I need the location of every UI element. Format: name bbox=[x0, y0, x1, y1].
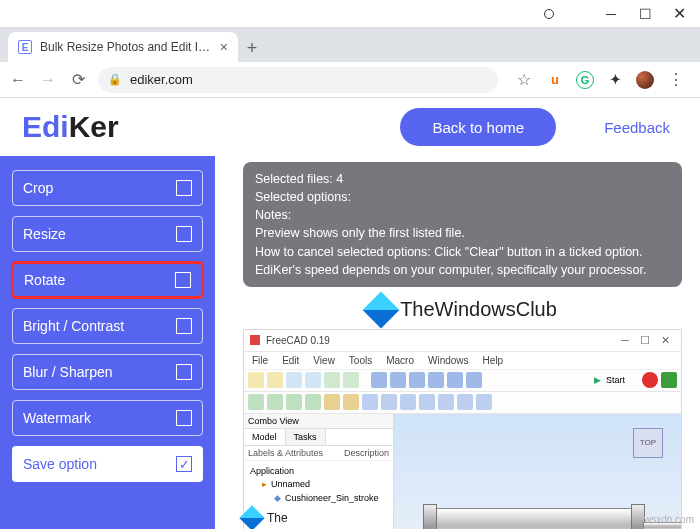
tool-icon bbox=[286, 372, 302, 388]
option-label: Resize bbox=[23, 226, 66, 242]
page-content: EdiKer Back to home Feedback Crop Resize… bbox=[0, 98, 700, 529]
menu-item: Tools bbox=[349, 355, 372, 366]
extension-g-icon[interactable]: G bbox=[576, 71, 594, 89]
tool-icon bbox=[305, 372, 321, 388]
combo-tabs: Model Tasks bbox=[244, 429, 393, 446]
footer-brand-text: The bbox=[267, 511, 288, 525]
start-label: ▶ bbox=[594, 375, 601, 385]
info-box: Selected files: 4 Selected options: Note… bbox=[243, 162, 682, 287]
tab-title: Bulk Resize Photos and Edit Imag bbox=[40, 40, 212, 54]
combo-title: Combo View bbox=[244, 414, 393, 429]
option-label: Bright / Contrast bbox=[23, 318, 124, 334]
tree-row: Application bbox=[250, 465, 387, 479]
info-line: Selected files: 4 bbox=[255, 170, 670, 188]
site-logo[interactable]: EdiKer bbox=[22, 110, 119, 144]
reload-button[interactable]: ⟳ bbox=[68, 70, 88, 90]
close-button[interactable]: ✕ bbox=[662, 2, 696, 26]
brand-row: TheWindowsClub bbox=[243, 297, 682, 323]
checkbox-icon[interactable] bbox=[176, 318, 192, 334]
freecad-toolbar-2 bbox=[244, 392, 681, 414]
minimize-button[interactable]: ─ bbox=[594, 2, 628, 26]
checkbox-icon[interactable] bbox=[176, 180, 192, 196]
tool-icon bbox=[447, 372, 463, 388]
preview-panel: Selected files: 4 Selected options: Note… bbox=[215, 156, 700, 529]
checkbox-icon[interactable] bbox=[176, 226, 192, 242]
tool-icon bbox=[381, 394, 397, 410]
option-crop[interactable]: Crop bbox=[12, 170, 203, 206]
bookmark-icon[interactable]: ☆ bbox=[514, 70, 534, 90]
tool-icon bbox=[400, 394, 416, 410]
logo-part-edi: Edi bbox=[22, 110, 69, 143]
back-to-home-button[interactable]: Back to home bbox=[400, 108, 556, 146]
menu-item: File bbox=[252, 355, 268, 366]
browser-tab[interactable]: E Bulk Resize Photos and Edit Imag × bbox=[8, 32, 238, 62]
site-header: EdiKer Back to home Feedback bbox=[0, 98, 700, 156]
option-resize[interactable]: Resize bbox=[12, 216, 203, 252]
window-status-dot bbox=[544, 9, 554, 19]
tree-row: ▸Unnamed bbox=[250, 478, 387, 492]
new-tab-button[interactable]: + bbox=[238, 34, 266, 62]
col-labels: Labels & Attributes bbox=[248, 448, 344, 458]
tab-strip: E Bulk Resize Photos and Edit Imag × + bbox=[0, 28, 700, 62]
profile-avatar[interactable] bbox=[636, 71, 654, 89]
checkbox-icon[interactable] bbox=[176, 364, 192, 380]
windowsclub-icon bbox=[363, 291, 400, 328]
feedback-link[interactable]: Feedback bbox=[604, 119, 670, 136]
tree-row: ◆Cushioneer_Sin_stroke bbox=[250, 492, 387, 506]
nav-cube: TOP bbox=[625, 420, 671, 466]
tool-icon bbox=[343, 372, 359, 388]
watermark-text: wsxdn.com bbox=[644, 514, 694, 525]
favicon: E bbox=[18, 40, 32, 54]
tool-icon bbox=[248, 394, 264, 410]
option-blur-sharpen[interactable]: Blur / Sharpen bbox=[12, 354, 203, 390]
fc-max-icon: ☐ bbox=[635, 334, 655, 347]
checkbox-checked-icon[interactable]: ✓ bbox=[176, 456, 192, 472]
info-line: Preview shows only the first listed file… bbox=[255, 224, 670, 242]
checkbox-icon[interactable] bbox=[175, 272, 191, 288]
logo-part-ker: Ker bbox=[69, 110, 119, 143]
tool-icon bbox=[286, 394, 302, 410]
option-rotate[interactable]: Rotate bbox=[12, 262, 203, 298]
extensions-area: ☆ u G ✦ ⋮ bbox=[508, 70, 692, 90]
brand-text: TheWindowsClub bbox=[400, 298, 557, 321]
omnibox[interactable]: 🔒 ediker.com bbox=[98, 67, 498, 93]
combo-header: Labels & Attributes Description bbox=[244, 446, 393, 461]
preview-footer-brand: The bbox=[243, 509, 288, 527]
extension-u-icon[interactable]: u bbox=[546, 71, 564, 89]
tool-icon bbox=[324, 372, 340, 388]
tool-icon bbox=[419, 394, 435, 410]
tool-icon bbox=[476, 394, 492, 410]
menu-item: Help bbox=[483, 355, 504, 366]
menu-item: Windows bbox=[428, 355, 469, 366]
tool-icon bbox=[305, 394, 321, 410]
preview-image: FreeCAD 0.19 ─ ☐ ✕ File Edit View Tools … bbox=[243, 329, 682, 529]
menu-item: Edit bbox=[282, 355, 299, 366]
browser-menu-icon[interactable]: ⋮ bbox=[666, 70, 686, 90]
col-desc: Description bbox=[344, 448, 389, 458]
fc-close-icon: ✕ bbox=[655, 334, 675, 347]
extensions-menu-icon[interactable]: ✦ bbox=[606, 71, 624, 89]
maximize-button[interactable]: ☐ bbox=[628, 2, 662, 26]
option-label: Rotate bbox=[24, 272, 65, 288]
record-icon bbox=[642, 372, 658, 388]
combo-tab-tasks: Tasks bbox=[286, 429, 326, 445]
options-sidebar: Crop Resize Rotate Bright / Contrast Blu… bbox=[0, 156, 215, 529]
option-label: Save option bbox=[23, 456, 97, 472]
tool-icon bbox=[362, 394, 378, 410]
option-watermark[interactable]: Watermark bbox=[12, 400, 203, 436]
cylinder-cap bbox=[423, 504, 437, 529]
freecad-title: FreeCAD 0.19 bbox=[266, 335, 330, 346]
combo-tab-model: Model bbox=[244, 429, 286, 445]
option-save[interactable]: Save option✓ bbox=[12, 446, 203, 482]
info-line: How to cancel selected options: Click "C… bbox=[255, 243, 670, 261]
tool-icon bbox=[324, 394, 340, 410]
checkbox-icon[interactable] bbox=[176, 410, 192, 426]
option-bright-contrast[interactable]: Bright / Contrast bbox=[12, 308, 203, 344]
tab-close-icon[interactable]: × bbox=[220, 39, 228, 55]
forward-button[interactable]: → bbox=[38, 70, 58, 90]
tool-icon bbox=[371, 372, 387, 388]
back-button[interactable]: ← bbox=[8, 70, 28, 90]
menu-item: Macro bbox=[386, 355, 414, 366]
info-line: Selected options: bbox=[255, 188, 670, 206]
tool-icon bbox=[390, 372, 406, 388]
